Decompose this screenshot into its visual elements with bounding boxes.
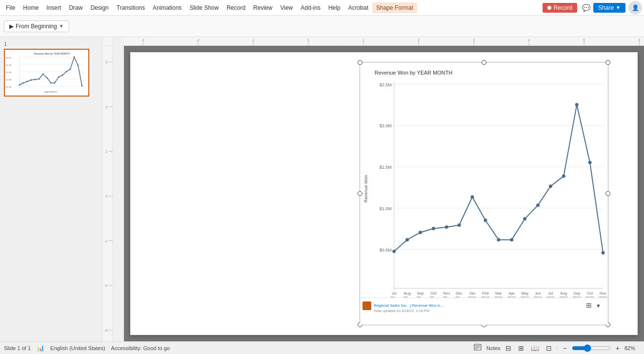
svg-text:2: 2 bbox=[105, 105, 107, 109]
data-point-4 bbox=[445, 225, 448, 229]
ruler-horizontal: -3-2-10123456 bbox=[124, 37, 644, 46]
chart-title-text: Revenue Won by YEAR MONTH bbox=[375, 70, 452, 76]
slide-number: 1 bbox=[4, 41, 98, 47]
svg-text:⊞: ⊞ bbox=[586, 301, 592, 309]
menu-addins[interactable]: Add-ins bbox=[297, 2, 324, 13]
svg-text:-2: -2 bbox=[104, 284, 107, 287]
svg-text:$0.5M: $0.5M bbox=[380, 248, 392, 253]
data-point-13 bbox=[562, 175, 565, 178]
svg-text:$1.5M: $1.5M bbox=[380, 165, 392, 170]
svg-text:$2.5M: $2.5M bbox=[6, 57, 11, 59]
menu-review[interactable]: Review bbox=[249, 2, 276, 13]
from-beginning-dropdown-icon: ▼ bbox=[59, 23, 64, 29]
svg-text:$1.5M: $1.5M bbox=[6, 71, 11, 74]
svg-text:Jun: Jun bbox=[535, 291, 541, 295]
svg-text:-2: -2 bbox=[197, 39, 200, 42]
notes-icon bbox=[474, 344, 482, 351]
menu-draw[interactable]: Draw bbox=[65, 2, 86, 13]
zoom-slider[interactable] bbox=[572, 344, 611, 352]
normal-view-icon[interactable]: ⊟ bbox=[503, 343, 513, 353]
svg-point-18 bbox=[58, 77, 60, 78]
status-bar: Slide 1 of 1 📊 English (United States) A… bbox=[0, 341, 644, 354]
svg-point-22 bbox=[74, 57, 75, 58]
svg-point-23 bbox=[78, 65, 79, 66]
ribbon-toolbar: ▶ From Beginning ▼ bbox=[0, 16, 644, 37]
svg-text:$2.5M: $2.5M bbox=[380, 82, 392, 87]
menu-transitions[interactable]: Transitions bbox=[113, 2, 149, 13]
svg-point-10 bbox=[27, 81, 28, 82]
svg-point-21 bbox=[70, 69, 71, 70]
svg-point-9 bbox=[23, 82, 24, 84]
svg-rect-0 bbox=[5, 50, 88, 96]
slide-info: Slide 1 of 1 bbox=[4, 345, 31, 351]
menu-view[interactable]: View bbox=[276, 2, 297, 13]
svg-text:Nov: Nov bbox=[443, 291, 450, 295]
comment-icon[interactable]: 💬 bbox=[579, 2, 593, 14]
svg-text:2: 2 bbox=[418, 39, 420, 42]
chart-container[interactable]: Revenue Won by YEAR MONTH bbox=[360, 62, 608, 325]
play-icon: ▶ bbox=[9, 23, 14, 30]
menu-shapeformat[interactable]: Shape Format bbox=[372, 2, 417, 13]
slide-panel: 1 Revenue Won by YEAR MONTH bbox=[0, 37, 102, 341]
svg-text:1: 1 bbox=[105, 150, 107, 153]
profile-avatar[interactable]: 👤 bbox=[628, 1, 642, 15]
slide-info-icon[interactable]: 📊 bbox=[37, 344, 44, 352]
svg-point-12 bbox=[35, 79, 36, 80]
svg-text:-1: -1 bbox=[104, 239, 107, 243]
notes-label[interactable]: Notes bbox=[486, 345, 501, 351]
notes-button[interactable] bbox=[472, 343, 483, 353]
svg-point-13 bbox=[39, 79, 40, 80]
zoom-out-icon[interactable]: − bbox=[561, 343, 569, 353]
record-button[interactable]: Record bbox=[543, 3, 577, 13]
zoom-level[interactable]: 82% bbox=[624, 345, 640, 351]
zoom-in-icon[interactable]: + bbox=[614, 343, 622, 353]
data-point-8 bbox=[497, 238, 500, 241]
from-beginning-button[interactable]: ▶ From Beginning ▼ bbox=[4, 20, 69, 32]
menu-slideshow[interactable]: Slide Show bbox=[185, 2, 222, 13]
slide-canvas[interactable]: Revenue Won by YEAR MONTH bbox=[130, 52, 638, 335]
menu-bar: File Home Insert Draw Design Transitions… bbox=[0, 0, 644, 16]
share-button[interactable]: Share ▼ bbox=[593, 3, 625, 13]
svg-text:6: 6 bbox=[638, 39, 640, 42]
menu-animations[interactable]: Animations bbox=[149, 2, 185, 13]
menu-record[interactable]: Record bbox=[222, 2, 249, 13]
svg-text:1: 1 bbox=[362, 39, 364, 42]
svg-text:Aug: Aug bbox=[404, 291, 411, 295]
data-point-1 bbox=[405, 238, 409, 241]
chart-svg: Revenue Won by YEAR MONTH bbox=[360, 62, 608, 325]
menu-design[interactable]: Design bbox=[86, 2, 112, 13]
svg-point-16 bbox=[50, 82, 52, 84]
profile-icon-symbol: 👤 bbox=[632, 4, 639, 11]
slide-thumbnail[interactable]: Revenue Won by YEAR MONTH bbox=[4, 49, 89, 97]
data-point-12 bbox=[549, 185, 552, 188]
svg-text:Oct: Oct bbox=[587, 291, 593, 295]
data-point-2 bbox=[419, 231, 422, 234]
menu-acrobat[interactable]: Acrobat bbox=[344, 2, 372, 13]
svg-text:Jan: Jan bbox=[469, 291, 476, 295]
svg-point-24 bbox=[81, 85, 83, 87]
svg-text:Nov: Nov bbox=[600, 291, 606, 295]
menu-home[interactable]: Home bbox=[19, 2, 42, 13]
svg-text:Aug: Aug bbox=[560, 291, 567, 295]
ruler-vertical: 3210-1-2-3 bbox=[102, 46, 113, 341]
slide-show-view-icon[interactable]: ⊡ bbox=[544, 343, 554, 353]
reading-view-icon[interactable]: 📖 bbox=[529, 343, 541, 353]
svg-point-8 bbox=[19, 84, 20, 86]
svg-text:0: 0 bbox=[105, 195, 107, 198]
menu-help[interactable]: Help bbox=[324, 2, 344, 13]
status-right: Notes ⊟ ⊞ 📖 ⊡ | − + 82% bbox=[472, 343, 640, 353]
menu-insert[interactable]: Insert bbox=[42, 2, 65, 13]
data-point-9 bbox=[510, 238, 513, 241]
slide-thumb-chart: Revenue Won by YEAR MONTH bbox=[5, 50, 88, 96]
svg-point-14 bbox=[42, 74, 44, 75]
svg-text:$1.0M: $1.0M bbox=[6, 79, 11, 81]
svg-text:Apr: Apr bbox=[509, 291, 515, 295]
svg-text:Dec: Dec bbox=[456, 291, 463, 295]
svg-text:May: May bbox=[521, 291, 528, 295]
svg-point-11 bbox=[31, 79, 32, 81]
slide-canvas-wrap: Revenue Won by YEAR MONTH bbox=[124, 46, 644, 341]
svg-text:Jul: Jul bbox=[548, 291, 553, 295]
svg-text:-3: -3 bbox=[104, 329, 107, 332]
slide-sorter-icon[interactable]: ⊞ bbox=[516, 343, 526, 353]
menu-file[interactable]: File bbox=[2, 2, 19, 13]
